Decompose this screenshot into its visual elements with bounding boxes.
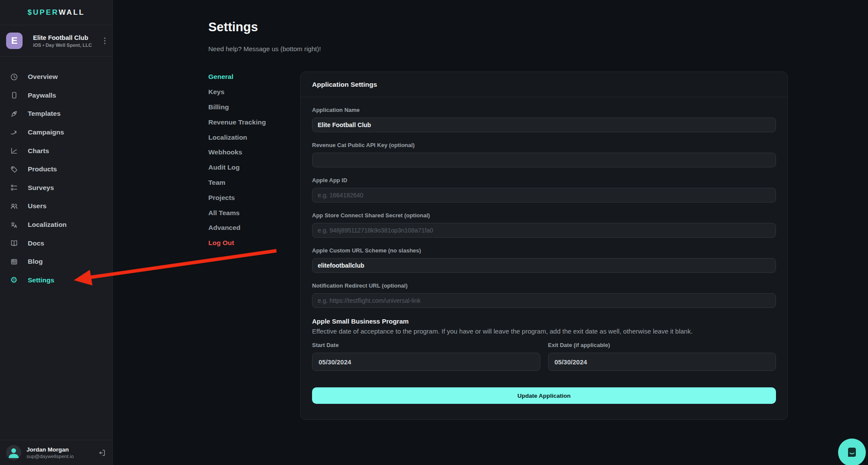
users-icon <box>10 202 18 210</box>
settings-nav-all-teams[interactable]: All Teams <box>208 205 295 220</box>
rocket-icon <box>10 109 18 118</box>
settings-nav-webhooks[interactable]: Webhooks <box>208 145 295 160</box>
survey-list-icon <box>10 183 18 192</box>
url-scheme-label: Apple Custom URL Scheme (no slashes) <box>312 247 776 254</box>
card-title: Application Settings <box>301 72 787 97</box>
superwall-logo: $UPERWALL <box>0 0 112 25</box>
exit-date-input[interactable] <box>548 353 776 371</box>
application-settings-card: Application Settings Application Name Re… <box>300 72 788 420</box>
start-date-label: Start Date <box>312 342 540 349</box>
dots-vertical-icon[interactable] <box>102 36 107 46</box>
exit-date-label: Exit Date (if applicable) <box>548 342 776 349</box>
avatar <box>6 445 21 460</box>
url-scheme-input[interactable] <box>312 258 776 273</box>
apple-app-id-input[interactable] <box>312 188 776 203</box>
sidebar-item-label: Products <box>28 165 57 173</box>
revenuecat-key-input[interactable] <box>312 153 776 167</box>
notification-redirect-label: Notification Redirect URL (optional) <box>312 282 776 289</box>
shared-secret-label: App Store Connect Shared Secret (optiona… <box>312 212 776 219</box>
application-name-label: Application Name <box>312 107 776 114</box>
sidebar-item-settings[interactable]: ⚙ Settings <box>0 271 112 290</box>
settings-nav-audit-log[interactable]: Audit Log <box>208 160 295 175</box>
apple-app-id-label: Apple App ID <box>312 177 776 184</box>
phone-icon <box>10 91 18 100</box>
sidebar-item-label: Templates <box>28 110 61 118</box>
shared-secret-input[interactable] <box>312 223 776 238</box>
page-subtitle: Need help? Message us (bottom right)! <box>208 45 321 52</box>
notification-redirect-input[interactable] <box>312 293 776 308</box>
sidebar-item-templates[interactable]: Templates <box>0 105 112 123</box>
app-selector[interactable]: E Elite Football Club iOS • Day Well Spe… <box>0 25 112 57</box>
page-title: Settings <box>208 20 258 34</box>
app-subtitle: iOS • Day Well Spent, LLC <box>33 43 92 48</box>
app-icon: E <box>6 33 23 49</box>
sidebar-item-label: Paywalls <box>28 92 56 99</box>
campaign-arrow-icon <box>10 128 18 137</box>
user-email: sup@daywellspent.io <box>26 454 74 459</box>
logo-rest-text: WALL <box>59 8 85 17</box>
sidebar-item-campaigns[interactable]: Campaigns <box>0 123 112 142</box>
settings-nav-keys[interactable]: Keys <box>208 85 295 100</box>
sign-out-icon[interactable] <box>98 449 106 457</box>
update-application-button[interactable]: Update Application <box>312 387 776 404</box>
sidebar-item-label: Blog <box>28 258 43 265</box>
revenuecat-key-label: Revenue Cat Public API Key (optional) <box>312 142 776 149</box>
chat-bubble-icon <box>845 445 859 460</box>
sidebar-item-label: Settings <box>28 276 54 284</box>
settings-nav-advanced[interactable]: Advanced <box>208 220 295 236</box>
settings-nav-team[interactable]: Team <box>208 175 295 190</box>
settings-nav-general[interactable]: General <box>208 69 295 85</box>
user-bar[interactable]: Jordan Morgan sup@daywellspent.io <box>0 440 112 465</box>
user-name: Jordan Morgan <box>26 446 74 453</box>
small-business-description: Effective date of acceptance to the prog… <box>312 327 776 335</box>
settings-nav-revenue-tracking[interactable]: Revenue Tracking <box>208 115 295 130</box>
settings-nav-projects[interactable]: Projects <box>208 190 295 205</box>
start-date-input[interactable] <box>312 353 540 371</box>
logo-accent-text: $UPER <box>28 8 59 17</box>
sidebar-item-products[interactable]: Products <box>0 160 112 179</box>
sidebar-nav: Overview Paywalls Templates Campaigns Ch… <box>0 68 112 289</box>
clock-icon <box>10 72 18 81</box>
translate-icon <box>10 220 18 229</box>
sidebar-item-label: Campaigns <box>28 128 64 136</box>
book-icon <box>10 239 18 248</box>
sidebar-item-label: Localization <box>28 221 67 229</box>
sidebar-item-label: Charts <box>28 147 49 155</box>
tag-icon <box>10 165 18 174</box>
sidebar-item-surveys[interactable]: Surveys <box>0 179 112 197</box>
sidebar: $UPERWALL E Elite Football Club iOS • Da… <box>0 0 113 465</box>
newspaper-icon <box>10 257 18 266</box>
settings-nav-log-out[interactable]: Log Out <box>208 236 295 251</box>
chat-launcher-button[interactable] <box>838 439 866 465</box>
settings-nav-billing[interactable]: Billing <box>208 100 295 115</box>
chart-line-icon <box>10 147 18 155</box>
settings-nav: General Keys Billing Revenue Tracking Lo… <box>208 69 295 251</box>
sidebar-item-localization[interactable]: Localization <box>0 216 112 234</box>
app-name: Elite Football Club <box>33 34 92 41</box>
main-content: Settings Need help? Message us (bottom r… <box>113 0 868 465</box>
sidebar-item-label: Users <box>28 202 46 210</box>
application-name-input[interactable] <box>312 118 776 132</box>
sidebar-item-charts[interactable]: Charts <box>0 141 112 160</box>
small-business-title: Apple Small Business Program <box>312 318 776 325</box>
sidebar-item-docs[interactable]: Docs <box>0 234 112 252</box>
sidebar-item-label: Overview <box>28 73 58 81</box>
settings-nav-localization[interactable]: Localization <box>208 130 295 145</box>
sidebar-item-blog[interactable]: Blog <box>0 252 112 271</box>
sidebar-item-users[interactable]: Users <box>0 197 112 216</box>
sidebar-item-label: Docs <box>28 239 44 247</box>
sidebar-item-label: Surveys <box>28 184 54 192</box>
sidebar-item-paywalls[interactable]: Paywalls <box>0 86 112 105</box>
gear-icon: ⚙ <box>10 276 18 285</box>
sidebar-item-overview[interactable]: Overview <box>0 68 112 86</box>
